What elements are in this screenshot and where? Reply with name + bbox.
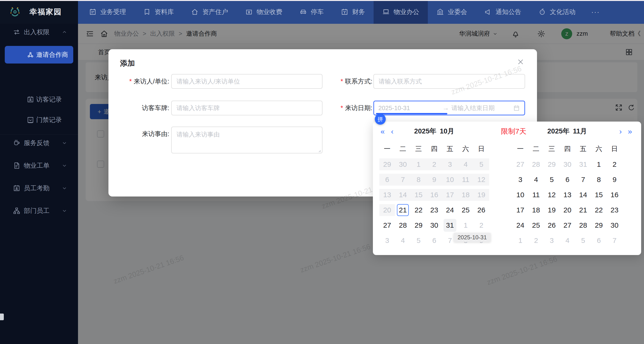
sidebar-item-门禁记录[interactable]: 门禁记录 [5,111,73,129]
calendar-day[interactable]: 6 [560,172,575,187]
day-number: 21 [397,204,409,216]
nav-item-业委会[interactable]: 业委会 [428,0,476,24]
calendar-day[interactable]: 2 [607,157,622,172]
sidebar-item-服务反馈[interactable]: 服务反馈 [0,135,78,151]
sidebar-item-邀请合作商[interactable]: 邀请合作商 [5,46,73,64]
sidebar-item-员工考勤[interactable]: 员工考勤 [0,180,78,196]
calendar-day[interactable]: 17 [512,202,528,218]
sidebar-collapse-handle[interactable] [0,314,4,320]
sidebar-item-物业工单[interactable]: 物业工单 [0,157,78,174]
sidebar-item-出入权限[interactable]: 出入权限 [0,24,78,40]
day-number: 29 [412,219,425,232]
day-number: 29 [381,158,394,171]
calendar-day[interactable]: 23 [607,202,622,218]
next-year-icon[interactable]: » [628,122,632,141]
chevron-down-icon [61,140,68,146]
calendar-day[interactable]: 10 [512,187,528,202]
calendar-day: 6 [426,233,442,248]
calendar-day[interactable]: 22 [411,202,426,218]
sidebar-item-部门员工[interactable]: 部门员工 [0,202,78,219]
nav-item-资产住户[interactable]: 资产住户 [182,0,236,24]
calendar-day[interactable]: 16 [607,187,622,202]
nav-more-icon[interactable]: ··· [584,0,607,24]
calendar-day[interactable]: 28 [575,218,591,233]
calendar-day[interactable]: 7 [575,172,591,187]
calendar-day[interactable]: 25 [458,202,474,218]
calendar-week-row: 10111213141516 [512,187,622,202]
nav-item-label: 文化活动 [550,8,576,16]
calendar-day[interactable]: 9 [607,172,622,187]
calendar-day[interactable]: 3 [512,172,528,187]
calendar-day[interactable]: 1 [591,157,607,172]
calendar-day[interactable]: 18 [528,202,544,218]
calendar-day[interactable]: 13 [560,187,575,202]
date-end-placeholder[interactable]: 请输入结束日期 [451,104,513,112]
calendar-day[interactable]: 4 [528,172,544,187]
activity-icon [538,8,546,16]
day-number: 16 [608,188,621,201]
calendar-day: 1 [411,157,426,172]
day-number: 23 [608,204,621,216]
calendar-day[interactable]: 29 [411,218,426,233]
nav-item-资料库[interactable]: 资料库 [134,0,182,24]
calendar-day[interactable]: 25 [528,218,544,233]
calendar-day[interactable]: 11 [528,187,544,202]
calendar-day[interactable]: 26 [474,202,489,218]
nav-item-label: 停车 [311,8,324,16]
calendar-header: « ‹ 2025年10月 限制7天 2025年11月 › » [373,122,641,141]
date-start-value[interactable]: 2025-10-31 [378,104,440,112]
calendar-day: 16 [426,187,442,202]
calendar-day[interactable]: 5 [544,172,560,187]
day-number: 31 [444,219,456,232]
sidebar-item-访客记录[interactable]: 访客记录 [5,91,73,108]
visit-date-range-input[interactable]: 2025-10-31 → 请输入结束日期 [373,101,525,116]
calendar-day[interactable]: 26 [544,218,560,233]
day-number: 6 [561,173,574,186]
day-number: 9 [608,173,621,186]
calendar-day[interactable]: 30 [607,218,622,233]
date-tooltip: 2025-10-31 [454,233,490,242]
calendar-day[interactable]: 31 [442,218,458,233]
nav-item-财务[interactable]: 财务 [332,0,374,24]
parking-icon [300,8,307,16]
calendar-day[interactable]: 23 [426,202,442,218]
calendar-day[interactable]: 28 [395,218,411,233]
calendar-day[interactable]: 27 [560,218,575,233]
visitor-input[interactable] [171,74,322,89]
calendar-month-title: 2025年10月 [414,122,454,141]
calendar-day[interactable]: 22 [591,202,607,218]
calendar-day[interactable]: 24 [512,218,528,233]
prev-month-icon[interactable]: ‹ [391,122,394,141]
day-number: 7 [396,173,409,186]
calendar-day[interactable]: 15 [591,187,607,202]
nav-item-停车[interactable]: 停车 [291,0,332,24]
reason-textarea[interactable] [171,126,322,154]
nav-item-文化活动[interactable]: 文化活动 [530,0,584,24]
contact-input[interactable] [373,74,525,89]
dialog-title: 添加 [120,58,135,68]
calendar-day[interactable]: 8 [591,172,607,187]
calendar-day[interactable]: 30 [426,218,442,233]
weekday-label: 五 [442,141,458,157]
calendar-day[interactable]: 21 [395,202,411,218]
calendar-day[interactable]: 29 [591,218,607,233]
close-icon[interactable] [516,58,524,66]
day-number: 6 [428,234,441,247]
next-month-icon[interactable]: › [619,122,622,141]
calendar-day[interactable]: 12 [544,187,560,202]
calendar-day[interactable]: 20 [560,202,575,218]
nav-item-通知公告[interactable]: 通知公告 [476,0,530,24]
calendar-day[interactable]: 21 [575,202,591,218]
weekday-label: 二 [528,141,544,157]
calendar-day[interactable]: 14 [575,187,591,202]
plate-input[interactable] [171,101,322,116]
swap-icon [13,28,20,36]
fee-icon [245,8,253,16]
nav-item-业务受理[interactable]: 业务受理 [80,0,134,24]
calendar-day[interactable]: 24 [442,202,458,218]
calendar-day[interactable]: 27 [379,218,395,233]
nav-item-物业办公[interactable]: 物业办公 [374,0,428,24]
sidebar-item-label: 出入权限 [24,28,50,36]
nav-item-物业收费[interactable]: 物业收费 [236,0,291,24]
calendar-day[interactable]: 19 [544,202,560,218]
